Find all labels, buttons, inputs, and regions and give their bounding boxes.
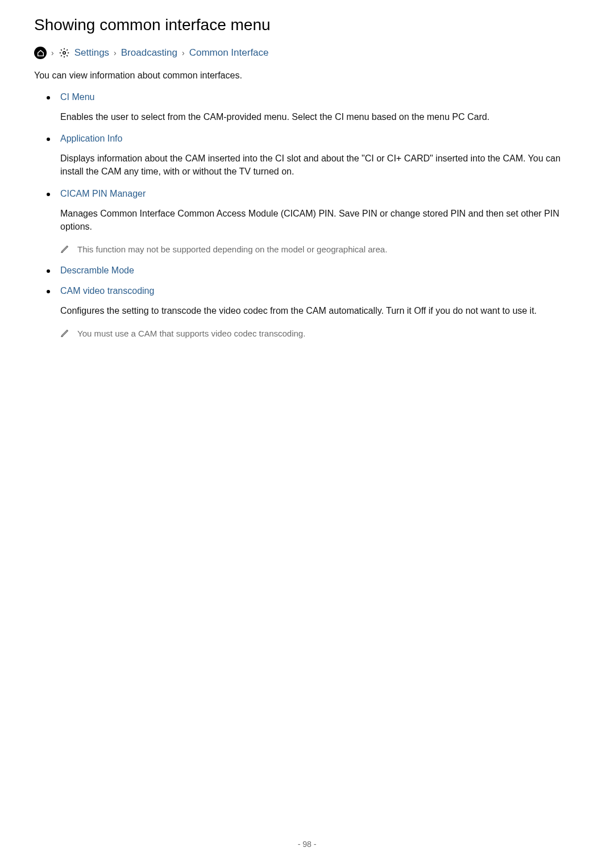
svg-point-0 bbox=[63, 52, 65, 55]
breadcrumb-settings[interactable]: Settings bbox=[74, 47, 109, 59]
list-item-title[interactable]: CI Menu bbox=[60, 92, 580, 102]
list-item-description: Manages Common Interface Common Access M… bbox=[60, 207, 580, 233]
pencil-icon bbox=[60, 329, 69, 338]
list-item-description: Enables the user to select from the CAM-… bbox=[60, 110, 580, 123]
breadcrumb: › Settings › Broadcasting › Common Inter… bbox=[34, 47, 580, 59]
chevron-icon: › bbox=[114, 48, 117, 57]
note: You must use a CAM that supports video c… bbox=[60, 327, 580, 339]
page-title: Showing common interface menu bbox=[34, 16, 580, 34]
list-item-title[interactable]: Application Info bbox=[60, 134, 580, 144]
list-item-description: Displays information about the CAM inser… bbox=[60, 152, 580, 178]
list-item: CAM video transcodingConfigures the sett… bbox=[60, 286, 580, 339]
home-icon[interactable] bbox=[34, 47, 47, 59]
pencil-icon bbox=[60, 244, 69, 254]
chevron-icon: › bbox=[182, 48, 185, 57]
list-item: Application InfoDisplays information abo… bbox=[60, 134, 580, 178]
list-item-title[interactable]: CICAM PIN Manager bbox=[60, 189, 580, 199]
note: This function may not be supported depen… bbox=[60, 243, 580, 255]
page-number: - 98 - bbox=[0, 840, 614, 849]
list-item: CICAM PIN ManagerManages Common Interfac… bbox=[60, 189, 580, 255]
breadcrumb-broadcasting[interactable]: Broadcasting bbox=[121, 47, 177, 59]
list-item: Descramble Mode bbox=[60, 265, 580, 276]
gear-icon[interactable] bbox=[59, 47, 70, 59]
list-item: CI MenuEnables the user to select from t… bbox=[60, 92, 580, 123]
list-item-description: Configures the setting to transcode the … bbox=[60, 304, 580, 317]
chevron-icon: › bbox=[51, 48, 54, 57]
list-item-title[interactable]: CAM video transcoding bbox=[60, 286, 580, 296]
list-item-title[interactable]: Descramble Mode bbox=[60, 265, 580, 276]
note-text: You must use a CAM that supports video c… bbox=[77, 327, 305, 339]
intro-text: You can view information about common in… bbox=[34, 70, 580, 81]
breadcrumb-common-interface[interactable]: Common Interface bbox=[189, 47, 269, 59]
note-text: This function may not be supported depen… bbox=[77, 243, 387, 255]
